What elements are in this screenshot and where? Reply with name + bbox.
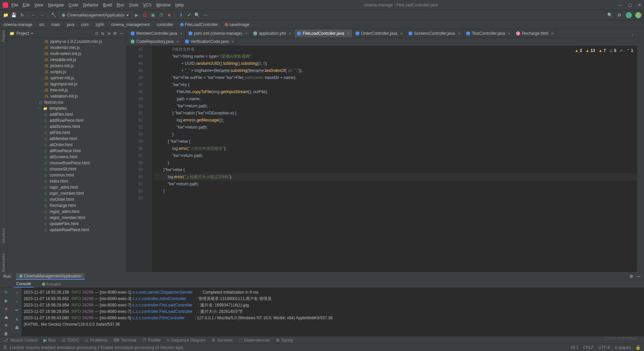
- tree-file[interactable]: JSspinner-init.js: [7, 75, 126, 81]
- vcs-update-icon[interactable]: ⬇: [178, 12, 184, 18]
- editor-tab[interactable]: ScreensController.java✕: [406, 29, 463, 37]
- tree-file[interactable]: ⟨⟩chooseRowPiece.html: [7, 160, 126, 166]
- tree-folder-templates[interactable]: ˅📁templates: [7, 105, 126, 111]
- tree-file[interactable]: ⟨⟩allOrder.html: [7, 142, 126, 148]
- breadcrumb-item[interactable]: controller: [157, 22, 173, 27]
- menu-build[interactable]: Build: [103, 3, 112, 7]
- project-tree[interactable]: JSjquery-ui-1.9.2.custom.min.jsJSmoderni…: [7, 38, 126, 272]
- menu-run[interactable]: Run: [117, 3, 124, 7]
- wrap-icon[interactable]: ↩: [14, 307, 20, 313]
- tree-file[interactable]: ⟨⟩login_admi.html: [7, 184, 126, 190]
- breadcrumb-item[interactable]: FileLoadController: [180, 22, 218, 27]
- tree-file[interactable]: ⟨⟩allFilm.html: [7, 130, 126, 136]
- hide-icon[interactable]: ―: [119, 31, 124, 36]
- vcs-commit-icon[interactable]: ✔: [186, 12, 192, 18]
- settings-icon[interactable]: ⚙: [616, 12, 622, 18]
- caret-position[interactable]: 45:1: [570, 345, 578, 350]
- tree-file[interactable]: ⟨⟩common.html: [7, 172, 126, 178]
- tree-file[interactable]: JSvalidation-init.js: [7, 93, 126, 99]
- bottom-tool-dependencies[interactable]: ⬚Dependencies: [239, 338, 270, 343]
- bottom-tool-profiler[interactable]: ⏱Profiler: [142, 338, 161, 343]
- search-everywhere-icon[interactable]: 🔍: [607, 12, 613, 18]
- indent[interactable]: 4 spaces: [615, 345, 631, 350]
- bottom-tool-todo[interactable]: ☑TODO: [62, 338, 79, 343]
- maximize-icon[interactable]: ▢: [628, 3, 632, 7]
- scroll-icon[interactable]: ⤓: [14, 316, 20, 322]
- run-settings-icon[interactable]: ⚙: [629, 274, 633, 279]
- tree-file[interactable]: ⟨⟩index.html: [7, 178, 126, 184]
- tree-file[interactable]: ⟨⟩updateRowPiece.html: [7, 227, 126, 233]
- tree-file[interactable]: ⟨⟩Recharge.html: [7, 202, 126, 209]
- actuator-tab[interactable]: ⬣ Actuator: [39, 281, 64, 287]
- tree-file[interactable]: ⟨⟩myOrder.html: [7, 196, 126, 202]
- avatar-icon[interactable]: [626, 12, 632, 18]
- menu-refactor[interactable]: Refactor: [83, 3, 98, 7]
- menu-navigate[interactable]: Navigate: [48, 3, 64, 7]
- search-icon[interactable]: 🔍: [194, 12, 200, 18]
- debug-icon[interactable]: 🐞: [142, 12, 148, 18]
- menu-code[interactable]: Code: [69, 3, 78, 7]
- save-icon[interactable]: 💾: [11, 12, 17, 18]
- collapse-icon[interactable]: ⇲: [107, 31, 110, 36]
- target-icon[interactable]: ⊙: [95, 31, 98, 36]
- bottom-tool-sequence-diagram[interactable]: ≡Sequence Diagram: [167, 338, 206, 343]
- tree-file[interactable]: ⟨⟩regist_admi.html: [7, 209, 126, 215]
- line-separator[interactable]: CRLF: [583, 345, 594, 350]
- breadcrumb-item[interactable]: src: [39, 22, 45, 27]
- breadcrumb-item[interactable]: main: [51, 22, 60, 27]
- encoding[interactable]: UTF-8: [598, 345, 610, 350]
- inspection-hints[interactable]: ▲ 2 ▲ 13 ▲ 7 ⚠ 5 ✔ ⌃ 1: [575, 47, 633, 54]
- close-icon[interactable]: ✕: [638, 3, 641, 7]
- rerun-icon[interactable]: ↻: [3, 290, 9, 295]
- bookmarks-tool-button[interactable]: Bookmarks: [1, 253, 5, 272]
- bottom-tool-problems[interactable]: ⚠Problems: [85, 338, 108, 343]
- menu-tools[interactable]: Tools: [129, 3, 138, 7]
- trash-icon[interactable]: 🗑: [3, 331, 9, 336]
- stop-icon[interactable]: ■: [166, 12, 172, 18]
- editor-tab[interactable]: OrderController.java✕: [353, 29, 406, 37]
- fold-gutter[interactable]: [147, 46, 152, 272]
- breadcrumb-item[interactable]: saveImage: [225, 22, 249, 27]
- tree-file[interactable]: ⟨⟩chooseSit.html: [7, 166, 126, 172]
- bottom-tool-spring[interactable]: ✿Spring: [276, 338, 293, 343]
- tree-file[interactable]: ⟨⟩allScreens.html: [7, 154, 126, 160]
- breadcrumb-item[interactable]: cinema-manage: [3, 22, 32, 27]
- editor-tab[interactable]: pom.xml (cinema-manage)✕: [186, 29, 251, 37]
- breadcrumb-item[interactable]: com: [81, 22, 89, 27]
- menu-file[interactable]: File: [11, 3, 18, 7]
- editor-tab[interactable]: TestController.java✕: [463, 29, 514, 37]
- minimize-icon[interactable]: ―: [618, 3, 622, 7]
- bottom-tool-run[interactable]: ▶Run: [44, 338, 56, 343]
- refresh-icon[interactable]: ↻: [19, 12, 25, 18]
- breadcrumb-item[interactable]: java: [67, 22, 74, 27]
- gear-icon[interactable]: ⚙: [113, 31, 117, 36]
- tree-file[interactable]: JSmulti-select-init.js: [7, 51, 126, 57]
- filter-icon[interactable]: ⚟: [3, 323, 9, 328]
- tabs-more-icon[interactable]: ⋮: [628, 33, 637, 37]
- structure-tool-button[interactable]: Structure: [1, 228, 5, 243]
- tree-file[interactable]: ⟨⟩allMember.html: [7, 136, 126, 142]
- open-icon[interactable]: 📁: [3, 12, 9, 18]
- menu-window[interactable]: Window: [156, 3, 171, 7]
- console-output[interactable]: 2023-11-07 16:55:26.159 INFO 34288 --- […: [22, 288, 644, 336]
- editor-tab[interactable]: MemberController.java✕: [128, 29, 186, 37]
- run-hide-icon[interactable]: ―: [637, 274, 641, 279]
- profile-icon[interactable]: ⏱: [158, 12, 164, 18]
- menu-help[interactable]: Help: [175, 3, 184, 7]
- print-icon[interactable]: 🖶: [14, 325, 20, 330]
- tree-file[interactable]: JSscripts.js: [7, 69, 126, 75]
- tree-file[interactable]: JStagsinput-init.js: [7, 81, 126, 87]
- expand-icon[interactable]: ⇆: [101, 31, 104, 36]
- code-editor[interactable]: 4243444546474849505152535455565758596061…: [127, 46, 637, 272]
- editor-tab[interactable]: CodeRepository.java✕: [128, 37, 182, 46]
- tree-file[interactable]: ⟨⟩addRowPiece.html: [7, 117, 126, 124]
- tree-file[interactable]: ⟨⟩addFilm.html: [7, 111, 126, 117]
- tree-file[interactable]: JSjquery-ui-1.9.2.custom.min.js: [7, 38, 126, 45]
- menu-vcs[interactable]: VCS: [143, 3, 152, 7]
- run2-icon[interactable]: ▶: [3, 298, 9, 303]
- tree-file[interactable]: ⟨⟩updateFilm.html: [7, 221, 126, 227]
- breadcrumb-item[interactable]: zghh: [96, 22, 104, 27]
- tree-file[interactable]: ⟨⟩addScreens.html: [7, 124, 126, 130]
- editor-tab[interactable]: FileLoadController.java✕: [294, 29, 353, 37]
- tree-file[interactable]: JStree-init.js: [7, 87, 126, 93]
